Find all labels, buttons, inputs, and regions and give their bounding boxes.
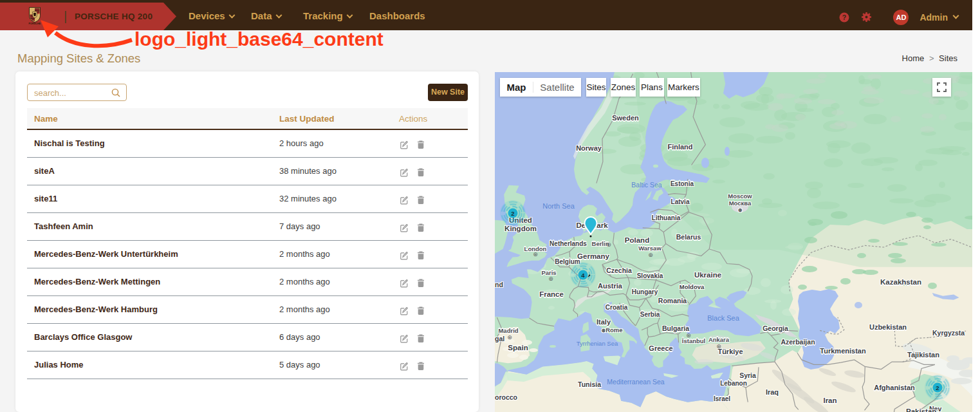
svg-text:2: 2	[511, 210, 514, 217]
svg-text:?: ?	[842, 13, 846, 21]
svg-text:2: 2	[936, 384, 939, 391]
svg-text:4: 4	[581, 272, 585, 279]
